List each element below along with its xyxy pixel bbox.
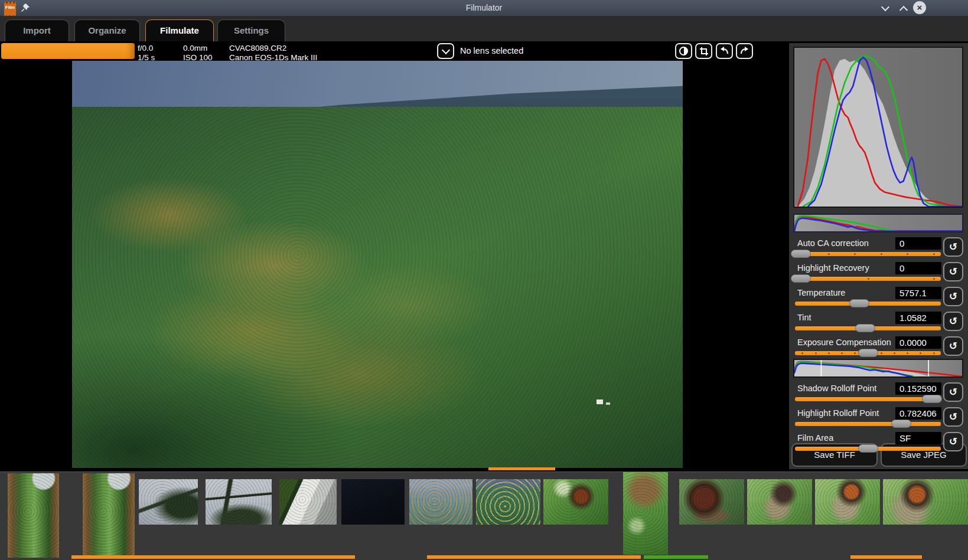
minimize-button[interactable] bbox=[879, 4, 891, 13]
slider-value-top-4[interactable]: 0.0000 bbox=[895, 336, 941, 349]
histogram-postfilm bbox=[793, 359, 963, 378]
edit-tools-panel: Save TIFF Save JPEG Auto CA correction0↺… bbox=[789, 43, 968, 469]
thumbnail-house-eave[interactable] bbox=[279, 479, 337, 525]
slider-label-top-2: Temperature bbox=[797, 288, 845, 297]
main-image-canvas[interactable] bbox=[72, 61, 683, 468]
slider-value-bottom-2[interactable]: SF bbox=[895, 432, 941, 444]
exif-file-camera: CVAC8089.CR2 Canon EOS-1Ds Mark III bbox=[229, 44, 317, 63]
slider-tick bbox=[854, 253, 856, 255]
slider-handle-bottom-1[interactable] bbox=[891, 420, 911, 428]
reset-button-top-1[interactable]: ↺ bbox=[943, 262, 963, 281]
selection-bar-2 bbox=[644, 555, 708, 559]
thumbnail-nest-portrait[interactable] bbox=[623, 472, 668, 555]
image-scroll-indicator[interactable] bbox=[488, 467, 555, 470]
slider-track-bottom-2[interactable] bbox=[795, 447, 941, 451]
slider-value-top-1[interactable]: 0 bbox=[895, 262, 941, 274]
slider-handle-top-3[interactable] bbox=[855, 324, 875, 332]
thumbnail-flowering-hill[interactable] bbox=[476, 479, 540, 525]
slider-tick bbox=[933, 278, 935, 280]
slider-track-bottom-0[interactable] bbox=[795, 397, 941, 401]
reset-button-top-4[interactable]: ↺ bbox=[943, 336, 963, 356]
reset-button-bottom-1[interactable]: ↺ bbox=[943, 407, 963, 427]
slider-tick bbox=[894, 352, 895, 354]
filmstrip bbox=[0, 472, 968, 560]
crop-button[interactable] bbox=[695, 43, 712, 59]
slider-value-bottom-0[interactable]: 0.152590 bbox=[895, 382, 941, 395]
exif-focal-iso: 0.0mm ISO 100 bbox=[183, 44, 213, 63]
thumbnail-hazy-hillside[interactable] bbox=[409, 479, 472, 525]
slider-track-top-1[interactable] bbox=[795, 277, 941, 281]
slider-track-top-0[interactable] bbox=[795, 252, 941, 256]
slider-handle-top-4[interactable] bbox=[858, 349, 878, 357]
selection-bar-1 bbox=[427, 555, 641, 559]
slider-tick bbox=[841, 352, 843, 354]
slider-label-top-1: Highlight Recovery bbox=[797, 263, 869, 273]
thumbnail-dark-forest[interactable] bbox=[341, 479, 405, 525]
crop-icon bbox=[699, 47, 709, 56]
rotate-left-button[interactable] bbox=[716, 43, 733, 59]
reset-button-top-0[interactable]: ↺ bbox=[943, 237, 963, 257]
slider-tick bbox=[907, 352, 908, 354]
slider-handle-top-2[interactable] bbox=[849, 299, 869, 307]
slider-handle-top-0[interactable] bbox=[791, 250, 811, 258]
reset-button-top-3[interactable]: ↺ bbox=[943, 312, 963, 331]
slider-value-bottom-1[interactable]: 0.782406 bbox=[895, 407, 941, 420]
contrast-icon bbox=[679, 47, 688, 55]
slider-tick bbox=[828, 253, 830, 255]
slider-label-top-4: Exposure Compensation bbox=[797, 338, 891, 347]
tab-import[interactable]: Import bbox=[5, 19, 69, 41]
thumbnail-branch-sky-2[interactable] bbox=[206, 479, 272, 525]
tab-organize[interactable]: Organize bbox=[74, 19, 140, 41]
slider-track-top-2[interactable] bbox=[795, 302, 941, 306]
slider-track-top-4[interactable] bbox=[795, 351, 941, 355]
hist-main-plot bbox=[794, 48, 962, 207]
thumbnail-robin-chicks-1[interactable] bbox=[747, 479, 812, 525]
slider-tick bbox=[815, 352, 817, 354]
slider-tick bbox=[907, 253, 908, 255]
slider-value-top-3[interactable]: 1.0582 bbox=[895, 312, 941, 324]
hist-raw-plot bbox=[794, 215, 962, 231]
thumbnail-robin-dark[interactable] bbox=[679, 479, 744, 525]
contrast-button[interactable] bbox=[675, 43, 692, 59]
slider-track-bottom-1[interactable] bbox=[795, 422, 941, 426]
rotate-right-button[interactable] bbox=[736, 43, 753, 59]
thumbnail-garden-bed-1[interactable] bbox=[8, 473, 59, 558]
thumbnail-garden-bed-2[interactable] bbox=[83, 473, 135, 558]
slider-value-top-2[interactable]: 5757.1 bbox=[895, 287, 941, 299]
slider-handle-bottom-2[interactable] bbox=[858, 444, 878, 453]
slider-value-top-0[interactable]: 0 bbox=[895, 237, 941, 250]
slider-tick bbox=[881, 352, 882, 354]
tab-settings[interactable]: Settings bbox=[217, 19, 285, 41]
histogram-raw bbox=[793, 214, 963, 232]
maximize-button[interactable] bbox=[898, 4, 910, 13]
titlebar: Film Filmulator × bbox=[0, 0, 968, 17]
thumbnail-robin-in-tree[interactable] bbox=[543, 479, 608, 525]
thumbnail-robin-chicks-3[interactable] bbox=[883, 479, 968, 525]
slider-tick bbox=[920, 352, 921, 354]
slider-handle-top-1[interactable] bbox=[791, 274, 811, 283]
slider-label-top-0: Auto CA correction bbox=[797, 238, 869, 248]
reset-button-bottom-2[interactable]: ↺ bbox=[943, 432, 963, 451]
slider-tick bbox=[801, 352, 803, 354]
slider-handle-bottom-0[interactable] bbox=[922, 395, 942, 403]
slider-label-top-3: Tint bbox=[797, 313, 811, 322]
slider-tick bbox=[933, 253, 935, 255]
slider-tick bbox=[854, 352, 856, 354]
photo-white-house bbox=[597, 399, 603, 404]
slider-label-bottom-1: Highlight Rolloff Point bbox=[797, 408, 879, 418]
hist-out-plot bbox=[794, 360, 962, 376]
reset-button-bottom-0[interactable]: ↺ bbox=[943, 382, 963, 402]
thumbnail-robin-chicks-2[interactable] bbox=[815, 479, 880, 525]
photo-forest-hillside bbox=[72, 107, 683, 468]
thumbnail-branch-sky-1[interactable] bbox=[139, 479, 198, 525]
slider-tick bbox=[881, 253, 882, 255]
selection-bar-0 bbox=[71, 555, 355, 559]
close-button[interactable]: × bbox=[913, 1, 926, 14]
slider-tick bbox=[828, 352, 830, 354]
lens-selection-label: No lens selected bbox=[460, 46, 523, 55]
slider-track-top-3[interactable] bbox=[795, 326, 941, 330]
reset-button-top-2[interactable]: ↺ bbox=[943, 287, 963, 306]
tab-filmulate[interactable]: Filmulate bbox=[145, 19, 214, 41]
histogram-prefilm bbox=[793, 47, 963, 208]
lens-dropdown-button[interactable] bbox=[437, 43, 454, 59]
